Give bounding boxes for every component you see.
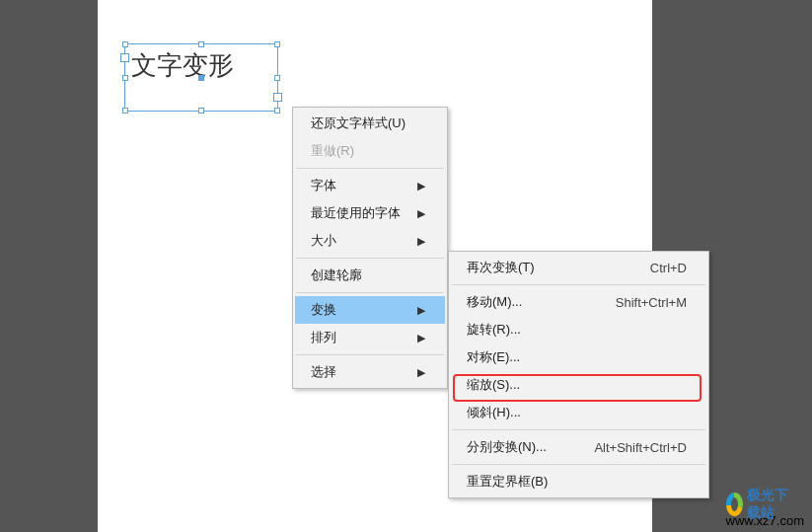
transform-menu-item-shortcut: Ctrl+D <box>650 261 687 275</box>
context-menu-item-3[interactable]: 字体▶ <box>295 172 445 199</box>
transform-menu-item-label: 缩放(S)... <box>467 376 687 394</box>
context-menu-item-10[interactable]: 排列▶ <box>295 324 445 351</box>
menu-separator <box>452 464 705 465</box>
text-out-port[interactable] <box>273 93 282 102</box>
transform-menu-item-label: 倾斜(H)... <box>467 404 687 421</box>
transform-menu-item-8[interactable]: 分别变换(N)...Alt+Shift+Ctrl+D <box>451 433 706 461</box>
transform-menu-item-10[interactable]: 重置定界框(B) <box>451 468 706 495</box>
resize-handle-ml[interactable] <box>122 75 128 81</box>
context-menu: 还原文字样式(U)重做(R)字体▶最近使用的字体▶大小▶创建轮廓变换▶排列▶选择… <box>292 107 448 389</box>
transform-menu-item-label: 再次变换(T) <box>467 259 627 276</box>
transform-menu-item-2[interactable]: 移动(M)...Shift+Ctrl+M <box>451 288 706 316</box>
transform-menu-item-4[interactable]: 对称(E)... <box>451 343 706 371</box>
text-frame[interactable]: 文字变形 <box>124 43 278 112</box>
context-menu-item-label: 字体 <box>311 177 406 194</box>
menu-separator <box>296 258 444 259</box>
context-menu-item-5[interactable]: 大小▶ <box>295 227 445 255</box>
menu-separator <box>296 354 444 355</box>
resize-handle-bm[interactable] <box>198 108 204 114</box>
center-point[interactable] <box>198 75 204 81</box>
resize-handle-br[interactable] <box>274 108 280 114</box>
resize-handle-tr[interactable] <box>274 41 280 47</box>
resize-handle-bl[interactable] <box>122 108 128 114</box>
transform-menu-item-label: 旋转(R)... <box>467 321 687 339</box>
transform-menu-item-shortcut: Alt+Shift+Ctrl+D <box>594 440 687 455</box>
context-menu-item-label: 创建轮廓 <box>311 266 425 284</box>
menu-separator <box>452 284 705 285</box>
context-menu-item-0[interactable]: 还原文字样式(U) <box>295 110 445 137</box>
context-menu-item-9[interactable]: 变换▶ <box>295 296 445 324</box>
menu-separator <box>296 292 444 293</box>
transform-menu-item-label: 重置定界框(B) <box>467 473 687 491</box>
context-menu-item-7[interactable]: 创建轮廓 <box>295 262 445 289</box>
text-in-port[interactable] <box>120 53 129 62</box>
watermark-logo-icon <box>726 493 743 516</box>
resize-handle-tl[interactable] <box>122 41 128 47</box>
watermark-title: 极光下载站 <box>747 487 796 522</box>
transform-menu-item-6[interactable]: 倾斜(H)... <box>451 399 706 426</box>
transform-submenu: 再次变换(T)Ctrl+D移动(M)...Shift+Ctrl+M旋转(R)..… <box>448 251 709 498</box>
context-menu-item-12[interactable]: 选择▶ <box>295 358 445 386</box>
context-menu-item-label: 最近使用的字体 <box>311 204 406 222</box>
chevron-right-icon: ▶ <box>417 180 425 192</box>
transform-menu-item-label: 对称(E)... <box>467 348 687 366</box>
transform-menu-item-5[interactable]: 缩放(S)... <box>451 371 706 399</box>
context-menu-item-label: 排列 <box>311 329 406 346</box>
chevron-right-icon: ▶ <box>417 332 425 344</box>
chevron-right-icon: ▶ <box>417 304 425 317</box>
context-menu-item-label: 还原文字样式(U) <box>311 114 425 132</box>
chevron-right-icon: ▶ <box>417 207 425 220</box>
chevron-right-icon: ▶ <box>417 366 425 379</box>
chevron-right-icon: ▶ <box>417 235 425 248</box>
resize-handle-tm[interactable] <box>198 41 204 47</box>
context-menu-item-label: 大小 <box>311 232 406 250</box>
transform-menu-item-0[interactable]: 再次变换(T)Ctrl+D <box>451 254 706 281</box>
menu-separator <box>452 429 705 430</box>
context-menu-item-1: 重做(R) <box>295 137 445 165</box>
transform-menu-item-label: 分别变换(N)... <box>467 438 570 456</box>
context-menu-item-label: 重做(R) <box>311 142 425 160</box>
transform-menu-item-label: 移动(M)... <box>467 293 592 311</box>
resize-handle-mr[interactable] <box>274 75 280 81</box>
text-content: 文字变形 <box>125 44 277 87</box>
context-menu-item-4[interactable]: 最近使用的字体▶ <box>295 199 445 227</box>
transform-menu-item-3[interactable]: 旋转(R)... <box>451 316 706 343</box>
transform-menu-item-shortcut: Shift+Ctrl+M <box>616 295 687 310</box>
context-menu-item-label: 选择 <box>311 363 406 381</box>
menu-separator <box>296 168 444 169</box>
context-menu-item-label: 变换 <box>311 301 406 319</box>
watermark: 极光下载站 www.xz7.com <box>726 513 804 528</box>
